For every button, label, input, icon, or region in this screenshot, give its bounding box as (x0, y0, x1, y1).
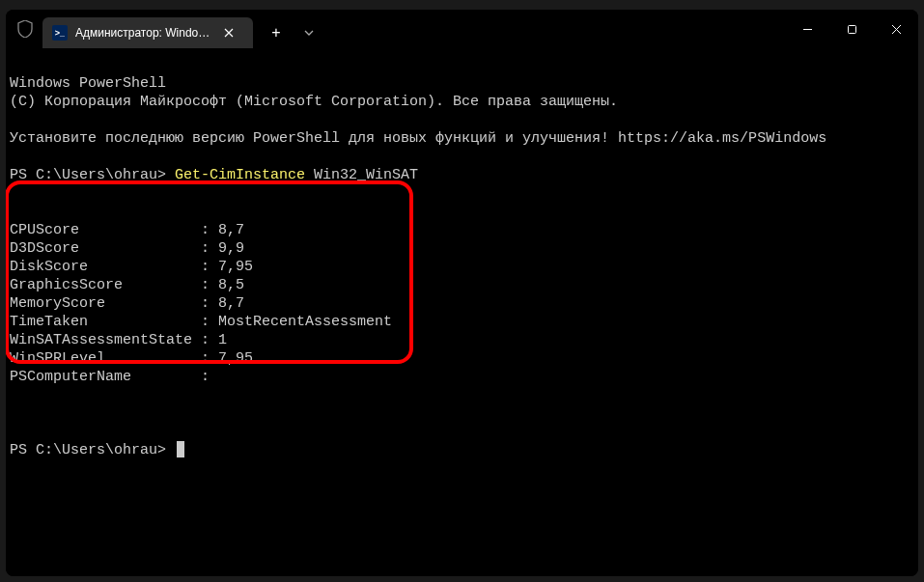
powershell-icon: >_ (52, 25, 68, 41)
output-line: (C) Корпорация Майкрософт (Microsoft Cor… (10, 94, 618, 110)
tab-title: Администратор: Windows Pc (75, 26, 212, 40)
output-line: CPUScore : 8,7 (10, 222, 244, 238)
output-line: Windows PowerShell (10, 75, 166, 92)
prompt: PS C:\Users\ohrau> (10, 167, 175, 183)
terminal-window: >_ Администратор: Windows Pc + Windo (6, 10, 918, 576)
command: Get-CimInstance (175, 167, 305, 183)
shield-icon (17, 20, 33, 38)
maximize-button[interactable] (829, 11, 874, 47)
output-line: Установите последнюю версию PowerShell д… (10, 130, 826, 147)
terminal-content[interactable]: Windows PowerShell (C) Корпорация Майкро… (6, 48, 918, 576)
output-line: GraphicsScore : 8,5 (10, 277, 244, 293)
tab-dropdown-button[interactable] (294, 17, 324, 48)
titlebar: >_ Администратор: Windows Pc + (6, 10, 918, 48)
cursor (177, 441, 184, 457)
tabs-area: >_ Администратор: Windows Pc + (14, 10, 324, 48)
output-line: DiskScore : 7,95 (10, 259, 253, 275)
output-line: D3DScore : 9,9 (10, 240, 244, 257)
new-tab-button[interactable]: + (261, 17, 292, 48)
output-line: WinSATAssessmentState : 1 (10, 332, 227, 348)
output-line: WinSPRLevel : 7,95 (10, 350, 253, 367)
output-line: TimeTaken : MostRecentAssessment (10, 314, 392, 330)
close-tab-button[interactable] (220, 24, 238, 42)
command-arg: Win32_WinSAT (305, 167, 418, 183)
window-controls (785, 10, 918, 48)
minimize-button[interactable] (785, 11, 829, 47)
prompt: PS C:\Users\ohrau> (10, 442, 175, 458)
output-line: MemoryScore : 8,7 (10, 295, 244, 312)
tab-active[interactable]: >_ Администратор: Windows Pc (42, 17, 253, 48)
svg-rect-0 (848, 25, 855, 33)
output-line: PSComputerName : (10, 369, 210, 385)
close-window-button[interactable] (874, 11, 918, 47)
